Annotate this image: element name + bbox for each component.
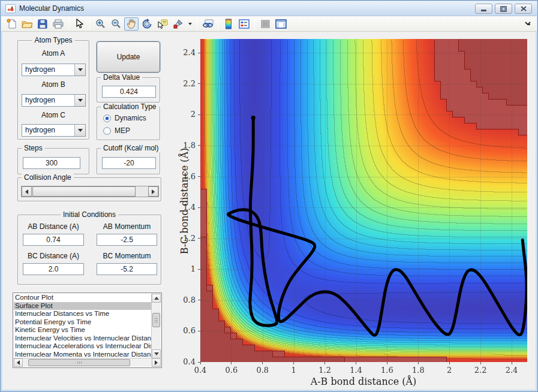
x-tick-label: 0.4 [191,366,209,375]
x-tick-mark [324,362,325,364]
atom-b-label: Atom B [18,80,89,89]
title-bar[interactable]: Molecular Dynamics [1,1,537,16]
mep-radio-row[interactable]: MEP [103,126,130,135]
scroll-up-button[interactable] [152,294,161,303]
x-tick-mark [200,362,201,364]
x-tick-label: 2.2 [471,366,489,375]
y-tick-label: 0.6 [176,326,196,335]
plot-type-listbox[interactable]: Contour Plot Surface Plot Internuclear D… [13,293,162,368]
y-tick-mark [198,331,200,331]
toolbar-separator [89,18,90,30]
bc-momentum-label: BC Momentum [97,252,157,260]
x-tick-mark [418,362,419,364]
list-item[interactable]: Internuclear Momenta vs Internuclear Dis… [14,351,151,359]
scroll-right-button[interactable] [152,358,161,367]
y-tick-mark [198,207,200,208]
arrow-cursor-button[interactable] [72,17,86,31]
collision-angle-title: Collision Angle [22,173,74,182]
dynamics-radio[interactable] [103,114,111,122]
calculation-type-panel: Calculation Type Dynamics MEP [97,107,160,140]
rotate-3d-button[interactable] [140,17,154,31]
x-tick-label: 1.6 [378,366,396,375]
minimize-button[interactable] [475,4,492,14]
open-folder-button[interactable] [20,17,34,31]
list-item[interactable]: Internuclear Velocities vs Internuclear … [14,334,151,343]
dynamics-radio-row[interactable]: Dynamics [103,114,146,122]
dropdown-arrow-icon[interactable] [74,64,85,76]
delta-value-title: Delta Value [101,73,142,82]
pes-contour-canvas[interactable] [200,39,527,362]
list-item[interactable]: Contour Plot [14,294,151,302]
vertical-scroll-thumb[interactable] [152,313,160,327]
brush-dropdown-caret[interactable] [187,17,194,31]
toolbar-separator [254,18,255,30]
update-button[interactable]: Update [97,41,160,73]
y-tick-label: 2.2 [176,79,196,88]
atom-a-dropdown[interactable]: hydrogen [22,64,86,76]
cutoff-panel: Cutoff (Kcal/ mol) -20 [97,148,160,174]
collision-angle-slider[interactable] [21,186,159,197]
scroll-down-button[interactable] [152,349,161,358]
delta-value-field[interactable]: 0.424 [102,86,156,98]
atom-b-dropdown[interactable]: hydrogen [22,94,86,107]
bc-momentum-field[interactable]: -5.2 [97,263,157,275]
toolbar-separator [218,18,218,30]
y-axis-label: B-C bond distance (Å) [179,141,190,261]
atom-c-dropdown[interactable]: hydrogen [22,124,86,137]
ab-momentum-label: AB Momentum [97,222,157,231]
print-button[interactable] [51,17,65,31]
toolbar-overflow-arrow[interactable] [525,20,531,26]
x-tick-mark [512,362,512,364]
ab-distance-field[interactable]: 0.74 [23,234,84,246]
link-plots-button[interactable] [200,17,215,31]
scroll-left-button[interactable] [14,358,23,367]
zoom-out-button[interactable] [109,17,123,31]
show-plot-tools-button[interactable] [273,17,288,31]
bc-distance-field[interactable]: 2.0 [23,263,84,275]
new-document-button[interactable] [4,17,19,31]
list-item[interactable]: Kinetic Energy vs Time [14,326,151,334]
brush-button[interactable] [171,17,185,31]
steps-title: Steps [22,144,45,152]
toolbar-separator [68,18,69,30]
x-tick-label: 2.4 [503,366,521,375]
window-title: Molecular Dynamics [19,4,84,13]
vertical-scrollbar[interactable] [151,294,161,358]
slider-thumb[interactable] [32,186,136,197]
data-cursor-button[interactable] [155,17,170,31]
list-item[interactable]: Internuclear Accelerations vs Internucle… [14,342,151,351]
close-button[interactable] [515,4,532,14]
x-tick-mark [449,362,450,364]
cutoff-field[interactable]: -20 [102,157,156,169]
atom-types-title: Atom Types [32,36,74,44]
x-tick-mark [293,362,294,364]
zoom-in-button[interactable] [93,17,107,31]
insert-legend-button[interactable] [237,17,251,31]
horizontal-scrollbar[interactable] [14,358,161,367]
pan-button[interactable] [124,17,139,31]
y-tick-mark [198,114,200,115]
slider-right-arrow[interactable] [148,186,158,197]
dropdown-arrow-icon[interactable] [74,125,85,136]
insert-colorbar-button[interactable] [221,17,236,31]
dropdown-arrow-icon[interactable] [74,95,85,106]
save-button[interactable] [35,17,50,31]
ab-momentum-field[interactable]: -2.5 [97,234,157,246]
steps-field[interactable]: 300 [23,157,80,169]
x-tick-label: 1.8 [409,366,427,375]
list-item[interactable]: Potential Energy vs Time [14,318,151,327]
x-tick-mark [262,362,263,364]
y-tick-mark [198,145,200,146]
atom-a-label: Atom A [18,49,89,58]
horizontal-scroll-thumb[interactable] [28,359,130,366]
x-tick-mark [480,362,481,364]
x-tick-mark [387,362,387,364]
x-tick-label: 1.2 [316,366,334,375]
list-item[interactable]: Internuclear Distances vs Time [14,310,151,318]
restore-button[interactable] [495,4,512,14]
slider-left-arrow[interactable] [22,186,32,197]
hide-plot-tools-button[interactable] [258,17,272,31]
mep-radio[interactable] [103,127,111,135]
x-tick-mark [231,362,232,364]
list-item[interactable]: Surface Plot [14,302,151,310]
